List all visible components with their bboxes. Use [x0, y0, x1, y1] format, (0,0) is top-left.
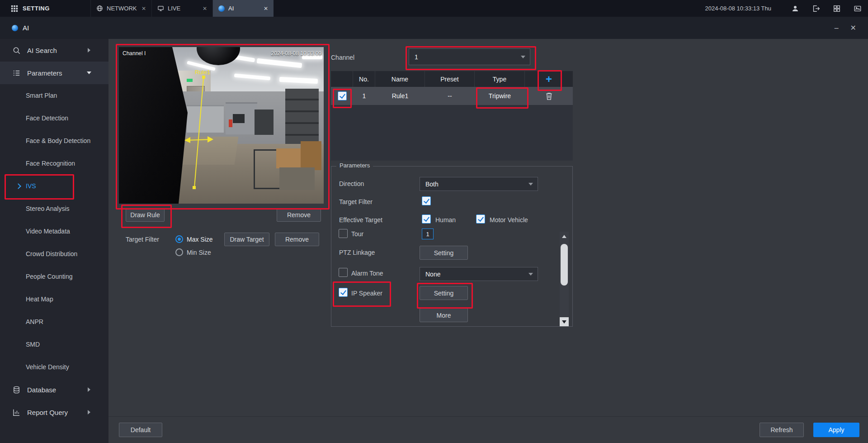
add-rule-button[interactable]: + — [543, 73, 555, 85]
sidebar-item-people-counting[interactable]: People Counting — [0, 265, 108, 288]
sidebar-item-database[interactable]: Database — [0, 378, 108, 401]
tripwire-rule-overlay[interactable]: Rule1 — [119, 47, 324, 204]
target-filter-param-label: Target Filter — [339, 198, 373, 205]
sidebar-item-label: Face & Body Detection — [26, 137, 90, 144]
close-window-button[interactable]: ✕ — [850, 24, 856, 32]
rules-table: No. Name Preset Type + 1 Rule1 -- Tripwi… — [331, 71, 573, 161]
table-row[interactable]: 1 Rule1 -- Tripwire — [331, 87, 573, 105]
tab-ai[interactable]: AI ✕ — [212, 0, 274, 17]
sidebar-item-label: Video Metadata — [26, 228, 70, 235]
scroll-down-icon[interactable] — [560, 317, 569, 326]
rule-preset-cell: -- — [425, 87, 475, 105]
rule-row-checkbox[interactable] — [338, 91, 347, 100]
alarm-tone-dropdown[interactable]: None — [420, 267, 538, 281]
channel-grid-button[interactable] — [826, 0, 847, 17]
ip-speaker-checkbox[interactable] — [339, 288, 348, 297]
rule-type-cell: Tripwire — [475, 87, 525, 105]
sidebar-item-face-detection[interactable]: Face Detection — [0, 107, 108, 129]
setting-home-button[interactable]: SETTING — [0, 0, 90, 17]
sidebar-item-smart-plan[interactable]: Smart Plan — [0, 84, 108, 107]
sidebar: AI Search Parameters Smart Plan Face Det… — [0, 39, 108, 443]
sidebar-item-face-recognition[interactable]: Face Recognition — [0, 152, 108, 175]
sidebar-item-stereo-analysis[interactable]: Stereo Analysis — [0, 197, 108, 220]
scroll-up-icon[interactable] — [560, 232, 569, 241]
delete-icon[interactable] — [545, 92, 553, 100]
footer-divider — [108, 416, 868, 417]
human-checkbox[interactable] — [422, 214, 431, 224]
max-size-radio[interactable] — [175, 235, 183, 243]
window-title: AI — [23, 24, 29, 32]
close-tab-icon[interactable]: ✕ — [203, 6, 207, 11]
tour-checkbox[interactable] — [339, 229, 348, 238]
target-filter-checkbox[interactable] — [422, 196, 431, 205]
window-titlebar: AI – ✕ — [0, 17, 868, 39]
draw-target-button[interactable]: Draw Target — [224, 233, 269, 246]
chevron-down-icon — [528, 273, 533, 276]
nvr-ai-settings-screen: SETTING NETWORK ✕ LIVE ✕ AI ✕ 2024-08-08… — [0, 0, 868, 443]
chevron-right-icon — [88, 387, 90, 392]
parameters-scrollbar[interactable] — [560, 232, 569, 326]
sidebar-item-crowd-distribution[interactable]: Crowd Distribution — [0, 243, 108, 265]
alarm-tone-checkbox[interactable] — [339, 268, 348, 277]
sidebar-item-ai-search[interactable]: AI Search — [0, 39, 108, 62]
human-label: Human — [435, 216, 456, 224]
ai-sphere-icon — [12, 25, 18, 31]
sidebar-item-label: Report Query — [27, 409, 68, 416]
close-tab-icon[interactable]: ✕ — [142, 6, 146, 11]
user-icon — [791, 5, 799, 13]
tab-live[interactable]: LIVE ✕ — [151, 0, 212, 17]
motor-vehicle-checkbox[interactable] — [476, 214, 485, 224]
alarm-tone-label: Alarm Tone — [351, 270, 383, 277]
more-button[interactable]: More — [420, 308, 468, 322]
ip-speaker-label: IP Speaker — [351, 290, 382, 297]
apply-button[interactable]: Apply — [813, 423, 859, 437]
rule-name-label: Rule1 — [195, 69, 210, 76]
tour-value-input[interactable]: 1 — [422, 229, 434, 239]
sidebar-item-video-metadata[interactable]: Video Metadata — [0, 220, 108, 243]
close-tab-icon[interactable]: ✕ — [264, 6, 268, 11]
tab-network[interactable]: NETWORK ✕ — [90, 0, 151, 17]
min-size-label: Min Size — [187, 249, 211, 256]
min-size-radio[interactable] — [175, 248, 183, 256]
sidebar-item-parameters[interactable]: Parameters — [0, 62, 108, 84]
video-preview[interactable]: Rule1 Channel I 2024-08-08 10:33:09 — [119, 47, 324, 204]
tab-label: AI — [228, 5, 234, 12]
channel-dropdown[interactable]: 1 — [409, 48, 530, 65]
direction-dropdown[interactable]: Both — [420, 177, 538, 191]
draw-rule-button[interactable]: Draw Rule — [126, 208, 165, 222]
logout-button[interactable] — [806, 0, 826, 17]
sidebar-item-label: Stereo Analysis — [26, 205, 70, 212]
image-icon — [854, 5, 862, 13]
top-taskbar: SETTING NETWORK ✕ LIVE ✕ AI ✕ 2024-08-08… — [0, 0, 868, 17]
sidebar-item-report-query[interactable]: Report Query — [0, 401, 108, 424]
ai-search-icon — [12, 46, 21, 55]
chevron-down-icon — [87, 71, 91, 74]
tab-label: LIVE — [168, 5, 180, 12]
tab-label: NETWORK — [107, 5, 137, 12]
sidebar-item-ivs[interactable]: IVS — [0, 175, 108, 197]
sidebar-item-anpr[interactable]: ANPR — [0, 310, 108, 333]
alarm-tone-value: None — [425, 271, 440, 278]
default-button[interactable]: Default — [119, 423, 162, 437]
user-account-button[interactable] — [785, 0, 806, 17]
minimize-button[interactable]: – — [835, 24, 839, 32]
display-output-button[interactable] — [847, 0, 868, 17]
ptz-setting-button[interactable]: Setting — [420, 246, 468, 260]
logout-icon — [812, 5, 820, 13]
ip-speaker-setting-button[interactable]: Setting — [420, 286, 468, 300]
chevron-right-icon — [15, 183, 21, 189]
osd-timestamp: 2024-08-08 10:33:09 — [271, 50, 321, 57]
sidebar-item-vehicle-density[interactable]: Vehicle Density — [0, 356, 108, 378]
ptz-linkage-label: PTZ Linkage — [339, 249, 375, 256]
remove-target-button[interactable]: Remove — [275, 233, 319, 246]
table-header-row: No. Name Preset Type + — [331, 71, 573, 87]
effective-target-label: Effective Target — [339, 216, 382, 224]
sidebar-item-smd[interactable]: SMD — [0, 333, 108, 356]
direction-label: Direction — [339, 180, 364, 187]
chevron-down-icon — [528, 183, 533, 186]
remove-rule-button[interactable]: Remove — [277, 208, 321, 222]
refresh-button[interactable]: Refresh — [760, 423, 804, 437]
sidebar-item-heat-map[interactable]: Heat Map — [0, 288, 108, 310]
sidebar-item-face-body-detection[interactable]: Face & Body Detection — [0, 129, 108, 152]
scrollbar-thumb[interactable] — [561, 244, 568, 286]
